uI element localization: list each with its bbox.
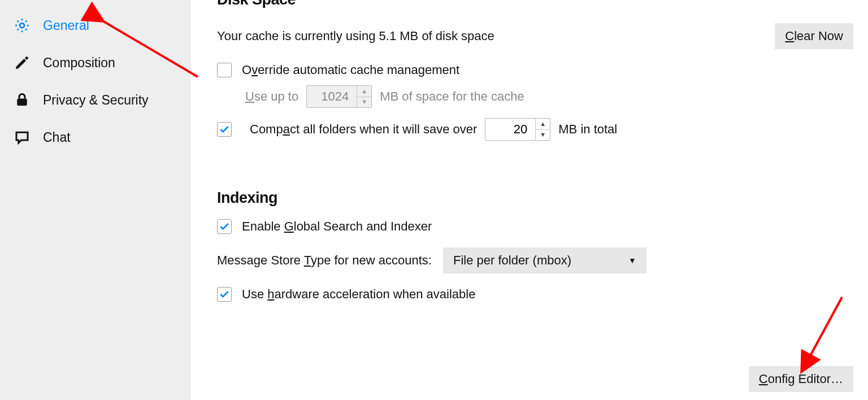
sidebar-item-general[interactable]: General [0,7,191,44]
svg-point-0 [20,23,24,28]
spinner-up-icon[interactable]: ▲ [536,119,550,130]
sidebar-item-label: Composition [43,55,115,71]
cache-limit-suffix: MB of space for the cache [380,89,524,104]
pencil-icon [14,54,31,71]
sidebar: General Composition Privacy & Security [0,0,191,400]
override-cache-label: Override automatic cache management [242,63,459,77]
chevron-down-icon: ▼ [628,256,636,265]
spinner-buttons: ▲ ▼ [357,86,371,107]
cache-limit-input [307,86,357,107]
sidebar-item-label: General [43,18,89,33]
sidebar-item-composition[interactable]: Composition [0,44,191,81]
cache-limit-row: Use up to ▲ ▼ MB of space for the cache [217,85,853,108]
cache-status-row: Your cache is currently using 5.1 MB of … [217,23,853,49]
compact-threshold-spinner[interactable]: ▲ ▼ [485,118,550,141]
compact-threshold-suffix: MB in total [558,122,617,137]
chat-icon [14,129,31,146]
main-panel: Disk Space Your cache is currently using… [191,0,868,400]
cache-limit-spinner: ▲ ▼ [306,85,372,108]
compact-folders-label: Compact all folders when it will save ov… [250,122,477,137]
sidebar-item-label: Chat [43,130,71,145]
sidebar-item-privacy[interactable]: Privacy & Security [0,81,191,119]
section-title-disk-space: Disk Space [217,0,853,8]
global-search-row: Enable Global Search and Indexer [217,219,853,234]
compact-folders-row: Compact all folders when it will save ov… [217,118,853,141]
global-search-label: Enable Global Search and Indexer [242,219,432,234]
spinner-down-icon: ▼ [357,97,371,108]
override-cache-row: Override automatic cache management [217,63,853,77]
spinner-down-icon[interactable]: ▼ [536,130,550,141]
use-up-to-label: Use up to [245,89,298,104]
override-cache-checkbox[interactable] [217,63,232,77]
hw-accel-checkbox[interactable] [217,287,232,302]
app-root: General Composition Privacy & Security [0,0,868,400]
store-type-row: Message Store Type for new accounts: Fil… [217,247,853,273]
config-editor-wrap: Config Editor… [749,366,853,392]
spinner-buttons[interactable]: ▲ ▼ [535,119,550,140]
store-type-value: File per folder (mbox) [453,253,571,268]
hw-accel-row: Use hardware acceleration when available [217,287,853,302]
section-title-indexing: Indexing [217,189,853,207]
global-search-checkbox[interactable] [217,219,232,234]
compact-folders-checkbox[interactable] [217,122,232,137]
hw-accel-label: Use hardware acceleration when available [242,287,475,302]
compact-threshold-input[interactable] [485,119,535,140]
store-type-select[interactable]: File per folder (mbox) ▼ [443,247,646,273]
lock-icon [14,92,31,108]
sidebar-item-chat[interactable]: Chat [0,119,191,156]
svg-rect-1 [17,99,27,106]
cache-status-text: Your cache is currently using 5.1 MB of … [217,29,494,44]
sidebar-item-label: Privacy & Security [43,93,149,108]
clear-now-button[interactable]: Clear Now [775,23,853,49]
gear-icon [14,17,31,34]
config-editor-button[interactable]: Config Editor… [749,366,853,392]
spinner-up-icon: ▲ [357,86,371,97]
store-type-label: Message Store Type for new accounts: [217,253,432,268]
